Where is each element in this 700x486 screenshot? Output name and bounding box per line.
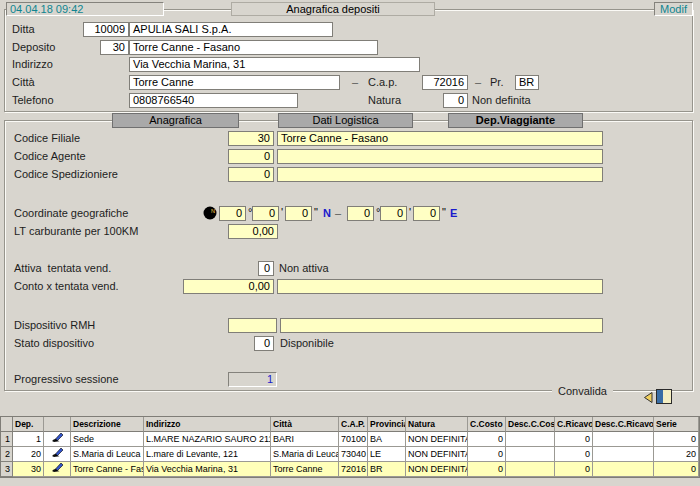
cell-natura[interactable]: NON DEFINITA bbox=[406, 462, 468, 477]
column-header-serie: Serie bbox=[654, 417, 699, 432]
cell-cap[interactable]: 73040 bbox=[339, 447, 368, 462]
edit-pen-icon[interactable] bbox=[44, 462, 71, 477]
cell-dep[interactable]: 1 bbox=[13, 432, 44, 447]
ditta-name-field[interactable]: APULIA SALI S.p.A. bbox=[129, 22, 333, 37]
cell-provincia[interactable]: BR bbox=[368, 462, 406, 477]
ditta-code-field[interactable]: 10009 bbox=[83, 22, 129, 37]
lon-min-field[interactable]: 0 bbox=[380, 206, 407, 221]
cell-c_costo[interactable]: 0 bbox=[468, 447, 506, 462]
convalida-back-icon[interactable] bbox=[644, 392, 653, 405]
ditta-label: Ditta bbox=[12, 22, 35, 37]
column-header-descrizione: Descrizione bbox=[71, 417, 144, 432]
lt-carburante-field[interactable]: 0,00 bbox=[228, 224, 278, 239]
indirizzo-field[interactable]: Via Vecchia Marina, 31 bbox=[129, 57, 420, 72]
page-title: Anagrafica depositi bbox=[231, 2, 435, 16]
edit-pen-icon[interactable] bbox=[44, 432, 71, 447]
pr-field[interactable]: BR bbox=[515, 75, 539, 90]
cell-dep[interactable]: 20 bbox=[13, 447, 44, 462]
cell-n[interactable]: 2 bbox=[1, 447, 13, 462]
lat-deg-field[interactable]: 0 bbox=[219, 206, 246, 221]
cell-descrizione[interactable]: Torre Canne - Fasano bbox=[71, 462, 144, 477]
cell-citta[interactable]: Torre Canne bbox=[271, 462, 339, 477]
cell-desc_c_costo[interactable] bbox=[506, 462, 555, 477]
codice-filiale-code-field[interactable]: 30 bbox=[228, 131, 274, 146]
cell-c_ricavo[interactable]: 0 bbox=[555, 432, 593, 447]
tab-anagrafica[interactable]: Anagrafica bbox=[112, 113, 239, 128]
cell-natura[interactable]: NON DEFINITA bbox=[406, 432, 468, 447]
table-row[interactable]: 330Torre Canne - FasanoVia Vecchia Marin… bbox=[1, 462, 699, 477]
cell-provincia[interactable]: BA bbox=[368, 432, 406, 447]
deposito-label: Deposito bbox=[12, 40, 55, 55]
cell-dep[interactable]: 30 bbox=[13, 462, 44, 477]
tab-dati-logistica[interactable]: Dati Logistica bbox=[278, 113, 413, 128]
cell-c_ricavo[interactable]: 0 bbox=[555, 462, 593, 477]
cell-desc_c_ricavo[interactable] bbox=[593, 447, 654, 462]
conto-tentata-field[interactable]: 0,00 bbox=[183, 279, 274, 294]
cell-desc_c_ricavo[interactable] bbox=[593, 432, 654, 447]
table-row[interactable]: 11SedeL.MARE NAZARIO SAURO 211BARI70100B… bbox=[1, 432, 699, 447]
telefono-field[interactable]: 0808766540 bbox=[129, 93, 298, 108]
lon-deg-field[interactable]: 0 bbox=[347, 206, 374, 221]
svg-text:N: N bbox=[211, 208, 215, 214]
coordinate-label: Coordinate geografiche bbox=[14, 206, 128, 221]
cell-c_costo[interactable]: 0 bbox=[468, 462, 506, 477]
cell-desc_c_ricavo[interactable] bbox=[593, 462, 654, 477]
dispositivo-rmh-code-field[interactable] bbox=[228, 318, 277, 333]
cell-citta[interactable]: BARI bbox=[271, 432, 339, 447]
natura-label: Natura bbox=[368, 93, 401, 108]
cell-indirizzo[interactable]: L.mare di Levante, 121 bbox=[144, 447, 271, 462]
cell-indirizzo[interactable]: Via Vecchia Marina, 31 bbox=[144, 462, 271, 477]
cell-serie[interactable]: 20 bbox=[654, 447, 699, 462]
codice-filiale-desc-field[interactable]: Torre Canne - Fasano bbox=[277, 131, 603, 146]
lat-min-field[interactable]: 0 bbox=[252, 206, 279, 221]
convalida-exit-icon[interactable] bbox=[656, 389, 672, 404]
conto-tentata-label: Conto x tentata vend. bbox=[14, 279, 119, 294]
cell-c_costo[interactable]: 0 bbox=[468, 432, 506, 447]
lon-sec-field[interactable]: 0 bbox=[413, 206, 440, 221]
edit-pen-icon[interactable] bbox=[44, 447, 71, 462]
codice-spedizioniere-desc-field[interactable] bbox=[277, 167, 603, 182]
deposito-name-field[interactable]: Torre Canne - Fasano bbox=[129, 40, 378, 55]
compass-icon[interactable]: N bbox=[203, 206, 217, 222]
conto-tentata-desc-field[interactable] bbox=[277, 279, 603, 294]
cap-label: C.a.p. bbox=[368, 75, 397, 90]
cell-natura[interactable]: NON DEFINITA bbox=[406, 447, 468, 462]
lt-carburante-label: LT carburante per 100KM bbox=[14, 224, 138, 239]
cell-descrizione[interactable]: Sede bbox=[71, 432, 144, 447]
lat-direction: N bbox=[323, 206, 331, 221]
cell-serie[interactable]: 0 bbox=[654, 462, 699, 477]
column-header-desc_c_costo: Desc.C.Costo bbox=[506, 417, 555, 432]
codice-agente-desc-field[interactable] bbox=[277, 149, 603, 164]
column-header-c_ricavo: C.Ricavo bbox=[555, 417, 593, 432]
cell-indirizzo[interactable]: L.MARE NAZARIO SAURO 211 bbox=[144, 432, 271, 447]
citta-field[interactable]: Torre Canne bbox=[129, 75, 340, 90]
cap-field[interactable]: 72016 bbox=[422, 75, 468, 90]
cell-desc_c_costo[interactable] bbox=[506, 447, 555, 462]
codice-agente-code-field[interactable]: 0 bbox=[228, 149, 274, 164]
cell-provincia[interactable]: LE bbox=[368, 447, 406, 462]
table-row[interactable]: 220S.Maria di LeucaL.mare di Levante, 12… bbox=[1, 447, 699, 462]
cell-serie[interactable]: 0 bbox=[654, 432, 699, 447]
cell-cap[interactable]: 70100 bbox=[339, 432, 368, 447]
dash-separator: – bbox=[335, 206, 341, 221]
indirizzo-label: Indirizzo bbox=[12, 57, 53, 72]
cell-n[interactable]: 1 bbox=[1, 432, 13, 447]
column-header-provincia: Provincia bbox=[368, 417, 406, 432]
deposito-code-field[interactable]: 30 bbox=[100, 40, 129, 55]
cell-desc_c_costo[interactable] bbox=[506, 432, 555, 447]
attiva-tentata-field[interactable]: 0 bbox=[258, 261, 274, 276]
depositi-table: Dep.DescrizioneIndirizzoCittàC.A.P.Provi… bbox=[0, 416, 700, 478]
codice-spedizioniere-label: Codice Spedizioniere bbox=[14, 167, 118, 182]
cell-cap[interactable]: 72016 bbox=[339, 462, 368, 477]
column-header-c_costo: C.Costo bbox=[468, 417, 506, 432]
stato-dispositivo-field[interactable]: 0 bbox=[254, 336, 274, 351]
cell-c_ricavo[interactable]: 0 bbox=[555, 447, 593, 462]
dispositivo-rmh-desc-field[interactable] bbox=[280, 318, 603, 333]
cell-n[interactable]: 3 bbox=[1, 462, 13, 477]
codice-spedizioniere-code-field[interactable]: 0 bbox=[228, 167, 274, 182]
lat-sec-field[interactable]: 0 bbox=[285, 206, 312, 221]
cell-citta[interactable]: S.Maria di Leuca bbox=[271, 447, 339, 462]
cell-descrizione[interactable]: S.Maria di Leuca bbox=[71, 447, 144, 462]
natura-code-field[interactable]: 0 bbox=[443, 93, 468, 108]
tab-dep-viaggiante[interactable]: Dep.Viaggiante bbox=[448, 113, 583, 128]
